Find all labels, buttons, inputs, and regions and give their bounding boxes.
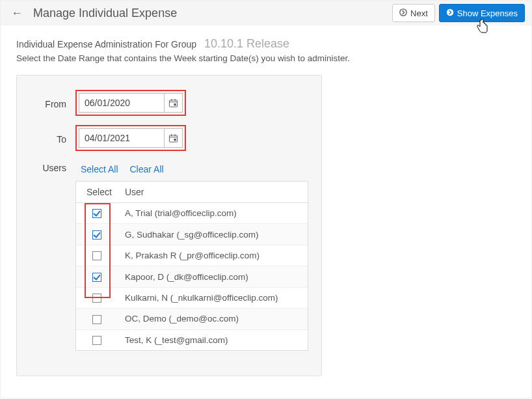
user-name-cell: Kapoor, D (_dk@officeclip.com) [118,266,308,287]
svg-point-0 [400,9,406,16]
user-name-cell: Kulkarni, N (_nkulkarni@officeclip.com) [118,287,308,308]
user-checkbox[interactable] [92,230,101,240]
svg-rect-2 [169,100,177,106]
arrow-right-circle-icon [399,8,407,18]
show-expenses-label: Show Expenses [457,8,518,18]
next-button[interactable]: Next [392,4,435,22]
user-checkbox[interactable] [92,315,101,324]
back-arrow-icon[interactable]: ← [7,7,27,20]
table-row: OC, Demo (_demo@oc.com) [76,309,308,329]
table-row: A, Trial (trial@officeclip.com) [76,203,308,224]
intro-prefix: Individual Expense Administration For Gr… [16,39,196,49]
calendar-icon [168,98,178,108]
intro-line1: Individual Expense Administration For Gr… [16,37,516,51]
to-highlight [75,125,186,151]
from-date-group [79,93,183,113]
from-date-picker-button[interactable] [164,94,182,112]
intro-line2: Select the Date Range that contains the … [16,53,516,63]
clear-all-link[interactable]: Clear All [129,164,163,174]
to-date-input[interactable] [79,129,164,147]
page-title: Manage Individual Expense [33,7,177,20]
to-date-group [79,128,183,148]
content-area: Individual Expense Administration For Gr… [1,25,531,389]
next-button-label: Next [410,8,428,18]
user-name-cell: A, Trial (trial@officeclip.com) [118,203,308,224]
user-checkbox[interactable] [92,251,101,260]
page-header: ← Manage Individual Expense Next Show Ex… [1,1,531,25]
table-row: G, Sudhakar (_sg@officeclip.com) [76,224,308,245]
from-highlight [75,90,186,116]
calendar-icon [168,133,178,143]
select-all-link[interactable]: Select All [81,164,118,174]
to-label: To [30,131,66,144]
user-name-cell: G, Sudhakar (_sg@officeclip.com) [118,224,308,245]
user-checkbox[interactable] [92,209,101,218]
arrow-right-circle-icon [446,8,454,18]
version-text: 10.10.1 Release [204,37,289,50]
user-checkbox[interactable] [92,336,101,345]
table-row: Kulkarni, N (_nkulkarni@officeclip.com) [76,287,308,308]
user-checkbox[interactable] [92,273,101,282]
cursor-pointer-icon [475,18,490,35]
user-name-cell: Test, K (_test@gmail.com) [118,329,308,350]
users-label: Users [30,160,66,173]
col-header-select: Select [76,182,118,203]
to-date-picker-button[interactable] [164,129,182,147]
col-header-user: User [118,182,308,203]
svg-rect-11 [174,138,176,140]
table-row: Kapoor, D (_dk@officeclip.com) [76,266,308,287]
table-row: K, Prakash R (_pr@officeclip.com) [76,245,308,266]
from-date-input[interactable] [79,94,164,112]
user-checkbox[interactable] [92,294,101,303]
svg-point-1 [447,9,453,16]
user-name-cell: K, Prakash R (_pr@officeclip.com) [118,245,308,266]
from-label: From [30,96,66,109]
svg-rect-6 [174,103,176,105]
table-row: Test, K (_test@gmail.com) [76,329,308,350]
filter-panel: From To Us [16,75,322,376]
users-block: Select All Clear All Select User A, Tria… [75,160,308,351]
user-name-cell: OC, Demo (_demo@oc.com) [118,309,308,329]
user-table: Select User A, Trial (trial@officeclip.c… [75,181,308,351]
svg-rect-7 [169,135,177,141]
